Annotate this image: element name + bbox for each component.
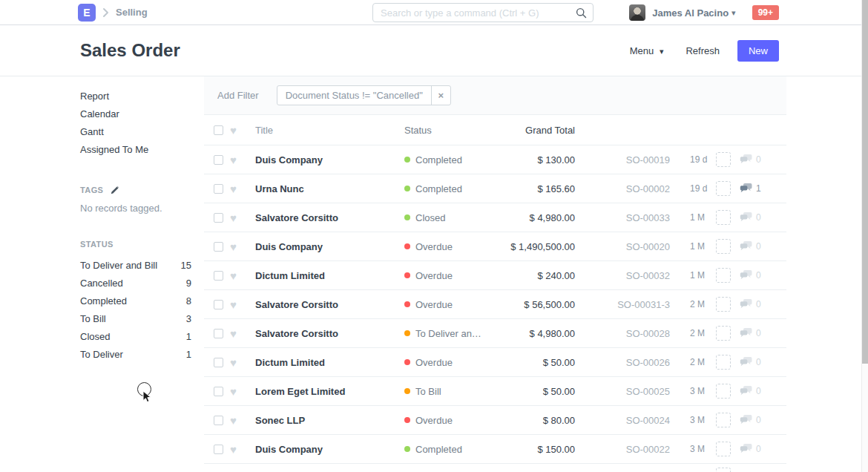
- table-row[interactable]: ♥ Salvatore Corsitto To Deliver an… $ 4,…: [204, 319, 786, 348]
- assign-box[interactable]: [716, 442, 731, 456]
- comment-indicator[interactable]: 0: [740, 328, 761, 338]
- table-row[interactable]: ♥ Sonec LLP Overdue $ 80.00 SO-00024 3 M…: [204, 406, 786, 435]
- filter-chip-label[interactable]: Document Status != "Cancelled": [277, 90, 431, 101]
- comment-indicator[interactable]: 1: [740, 183, 761, 194]
- assign-box[interactable]: [716, 384, 731, 399]
- heart-icon[interactable]: ♥: [230, 241, 242, 252]
- heart-icon[interactable]: ♥: [230, 415, 242, 426]
- heart-icon[interactable]: ♥: [230, 212, 242, 223]
- row-id[interactable]: SO-00025: [575, 386, 670, 397]
- row-id[interactable]: SO-00033: [575, 212, 670, 223]
- refresh-button[interactable]: Refresh: [685, 45, 720, 56]
- row-id[interactable]: SO-00026: [575, 357, 670, 368]
- row-title[interactable]: Salvatore Corsitto: [255, 299, 404, 310]
- menu-button[interactable]: Menu ▾: [630, 45, 664, 56]
- assign-box[interactable]: [716, 413, 731, 427]
- row-checkbox[interactable]: [214, 358, 223, 367]
- heart-icon[interactable]: ♥: [230, 386, 242, 397]
- heart-icon[interactable]: ♥: [230, 444, 242, 455]
- row-title[interactable]: Dictum Limited: [255, 270, 404, 281]
- breadcrumb[interactable]: Selling: [116, 7, 148, 18]
- table-row[interactable]: ♥ Duis Company Completed $ 130.00 SO-000…: [204, 145, 786, 174]
- sidebar-status-item[interactable]: To Bill 3: [80, 310, 191, 328]
- row-id[interactable]: SO-00032: [575, 270, 670, 281]
- assign-box[interactable]: [716, 210, 731, 225]
- row-checkbox[interactable]: [214, 184, 223, 194]
- comment-indicator[interactable]: 0: [740, 270, 761, 281]
- scrollbar-thumb[interactable]: [862, 0, 868, 364]
- select-all-checkbox[interactable]: [214, 125, 223, 135]
- assign-box[interactable]: [716, 326, 731, 341]
- comment-indicator[interactable]: 0: [740, 299, 761, 309]
- assign-box[interactable]: [716, 355, 731, 370]
- assign-box[interactable]: [716, 239, 731, 254]
- row-title[interactable]: Urna Nunc: [255, 183, 404, 194]
- sidebar-status-item[interactable]: To Deliver 1: [80, 346, 191, 364]
- row-checkbox[interactable]: [214, 155, 223, 165]
- heart-icon[interactable]: ♥: [230, 183, 242, 194]
- row-checkbox[interactable]: [214, 242, 223, 252]
- comment-indicator[interactable]: 0: [740, 444, 761, 454]
- table-row[interactable]: ♥ Dictum Limited Overdue $ 240.00 SO-000…: [204, 261, 786, 290]
- filter-chip[interactable]: Document Status != "Cancelled" ×: [277, 85, 451, 105]
- row-checkbox[interactable]: [214, 300, 223, 309]
- sidebar-view-item[interactable]: Gantt: [80, 123, 191, 141]
- row-id[interactable]: SO-00002: [575, 183, 670, 194]
- row-id[interactable]: SO-00022: [575, 444, 670, 455]
- heart-icon[interactable]: ♥: [230, 270, 242, 281]
- assign-box[interactable]: [716, 297, 731, 312]
- comment-indicator[interactable]: 0: [740, 212, 761, 223]
- vertical-scrollbar[interactable]: [861, 0, 868, 472]
- heart-icon[interactable]: ♥: [230, 357, 242, 368]
- row-checkbox[interactable]: [214, 271, 223, 281]
- assign-box[interactable]: [716, 268, 731, 283]
- new-button[interactable]: New: [737, 40, 779, 62]
- table-row[interactable]: ♥ Salvatore Corsitto Overdue $ 56,500.00…: [204, 290, 786, 319]
- row-checkbox[interactable]: [214, 213, 223, 223]
- assign-box[interactable]: [716, 152, 731, 167]
- app-logo[interactable]: E: [78, 4, 96, 22]
- sidebar-status-item[interactable]: To Deliver and Bill 15: [80, 257, 191, 275]
- row-id[interactable]: SO-00019: [575, 154, 670, 165]
- row-title[interactable]: Duis Company: [255, 154, 404, 165]
- row-title[interactable]: Salvatore Corsitto: [255, 328, 404, 339]
- sidebar-view-item[interactable]: Calendar: [80, 105, 191, 123]
- row-id[interactable]: SO-00020: [575, 241, 670, 252]
- row-id[interactable]: SO-00024: [575, 415, 670, 426]
- row-title[interactable]: Lorem Eget Limited: [255, 386, 404, 397]
- sidebar-view-item[interactable]: Assigned To Me: [80, 141, 191, 159]
- sidebar-status-item[interactable]: Closed 1: [80, 328, 191, 346]
- table-row[interactable]: ♥ Duis Company Overdue $ 1,490,500.00 SO…: [204, 232, 786, 261]
- comment-indicator[interactable]: 0: [740, 154, 761, 165]
- table-row[interactable]: ♥ Lorem Eget Limited To Bill $ 50.00 SO-…: [204, 377, 786, 406]
- user-menu[interactable]: James Al Pacino: [652, 7, 729, 19]
- add-filter-button[interactable]: Add Filter: [217, 90, 259, 101]
- remove-filter-icon[interactable]: ×: [431, 85, 450, 105]
- row-checkbox[interactable]: [214, 387, 223, 396]
- comment-indicator[interactable]: 0: [740, 415, 761, 425]
- table-row[interactable]: ♥ Dictum Limited Overdue $ 50.00 SO-0002…: [204, 348, 786, 377]
- row-title[interactable]: Sonec LLP: [255, 415, 404, 426]
- heart-icon[interactable]: ♥: [230, 125, 242, 136]
- row-checkbox[interactable]: [214, 416, 223, 425]
- row-checkbox[interactable]: [214, 445, 223, 454]
- notification-badge[interactable]: 99+: [752, 5, 779, 20]
- sidebar-status-item[interactable]: Cancelled 9: [80, 275, 191, 292]
- pencil-icon[interactable]: [111, 186, 119, 194]
- comment-indicator[interactable]: 0: [740, 357, 761, 367]
- search-input[interactable]: [373, 4, 576, 22]
- comment-indicator[interactable]: 0: [740, 386, 761, 396]
- user-avatar[interactable]: [629, 4, 645, 21]
- comment-indicator[interactable]: 0: [740, 241, 761, 252]
- row-title[interactable]: Dictum Limited: [255, 357, 404, 368]
- heart-icon[interactable]: ♥: [230, 328, 242, 339]
- row-title[interactable]: Salvatore Corsitto: [255, 212, 404, 223]
- sidebar-view-item[interactable]: Report: [80, 88, 191, 105]
- assign-box[interactable]: [716, 181, 731, 196]
- search-icon[interactable]: [576, 7, 587, 19]
- heart-icon[interactable]: ♥: [230, 299, 242, 310]
- table-row[interactable]: ♥ Duis Company Completed $ 150.00 SO-000…: [204, 435, 786, 464]
- row-title[interactable]: Duis Company: [255, 241, 404, 252]
- row-title[interactable]: Duis Company: [255, 444, 404, 455]
- row-id[interactable]: SO-00031-3: [575, 299, 670, 310]
